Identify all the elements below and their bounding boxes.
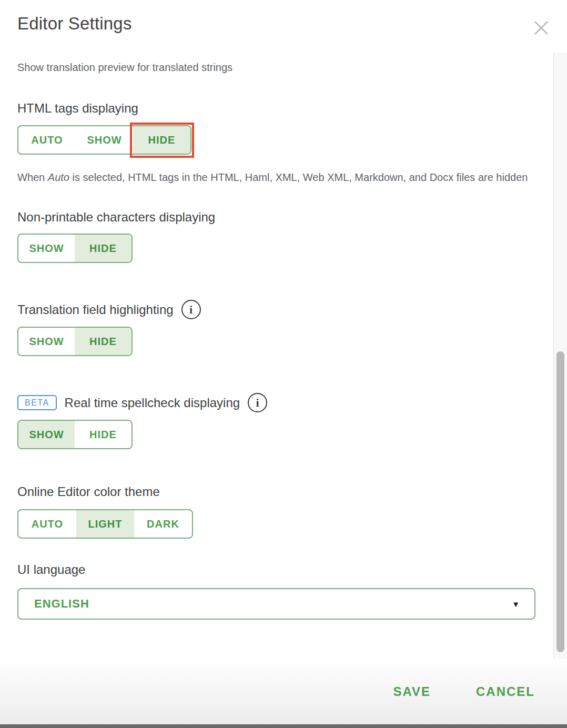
field-highlighting-label: Translation field highlighting	[17, 302, 174, 318]
spellcheck-option-hide[interactable]: HIDE	[75, 421, 131, 448]
color-theme-option-light[interactable]: LIGHT	[76, 510, 134, 538]
dialog-title: Editor Settings	[17, 14, 132, 34]
html-tags-toggle: AUTO SHOW HIDE	[17, 125, 191, 155]
color-theme-label: Online Editor color theme	[17, 484, 532, 500]
non-printable-label: Non-printable characters displaying	[17, 209, 532, 225]
ui-language-select[interactable]: ENGLISH ▼	[17, 588, 535, 620]
field-highlighting-option-hide[interactable]: HIDE	[75, 328, 131, 355]
note-before: When	[17, 171, 48, 183]
close-icon	[532, 19, 550, 37]
note-after: is selected, HTML tags in the HTML, Haml…	[69, 171, 528, 183]
field-highlighting-option-show[interactable]: SHOW	[18, 328, 75, 355]
color-theme-option-dark[interactable]: DARK	[134, 510, 192, 538]
dialog-scroll-area[interactable]: Show translation preview for translated …	[0, 53, 553, 659]
info-icon[interactable]: i	[181, 300, 201, 319]
html-tags-option-show[interactable]: SHOW	[76, 126, 133, 154]
non-printable-option-show[interactable]: SHOW	[18, 235, 75, 262]
field-highlighting-toggle: SHOW HIDE	[17, 327, 133, 356]
chevron-down-icon: ▼	[512, 600, 520, 608]
info-icon[interactable]: i	[248, 393, 267, 412]
scrollbar-thumb[interactable]	[556, 351, 564, 652]
non-printable-toggle: SHOW HIDE	[17, 234, 133, 263]
translation-preview-text: Show translation preview for translated …	[17, 60, 532, 74]
field-highlighting-row: Translation field highlighting i	[17, 300, 532, 319]
color-theme-option-auto[interactable]: AUTO	[18, 510, 76, 538]
non-printable-option-hide[interactable]: HIDE	[75, 235, 131, 262]
html-tags-option-hide-label: HIDE	[148, 134, 176, 146]
spellcheck-toggle: SHOW HIDE	[17, 420, 133, 449]
html-tags-option-hide[interactable]: HIDE	[133, 126, 190, 154]
cancel-button[interactable]: CANCEL	[476, 684, 535, 699]
html-tags-label: HTML tags displaying	[17, 100, 532, 116]
dialog-footer: SAVE CANCEL	[0, 659, 567, 724]
dialog-header: Editor Settings	[0, 0, 567, 53]
html-tags-note: When Auto is selected, HTML tags in the …	[17, 168, 532, 187]
ui-language-value: ENGLISH	[34, 597, 89, 611]
save-button[interactable]: SAVE	[393, 684, 431, 699]
spellcheck-row: BETA Real time spellcheck displaying i	[17, 393, 532, 412]
note-italic: Auto	[48, 171, 69, 183]
ui-language-label: UI language	[17, 562, 532, 578]
scrollbar-track[interactable]	[553, 53, 567, 659]
beta-badge: BETA	[17, 395, 57, 410]
close-button[interactable]	[531, 18, 551, 38]
html-tags-option-auto[interactable]: AUTO	[18, 126, 76, 154]
bottom-edge-strip	[0, 724, 567, 728]
color-theme-toggle: AUTO LIGHT DARK	[17, 509, 193, 539]
spellcheck-label: Real time spellcheck displaying	[65, 395, 240, 411]
spellcheck-option-show[interactable]: SHOW	[18, 421, 75, 448]
